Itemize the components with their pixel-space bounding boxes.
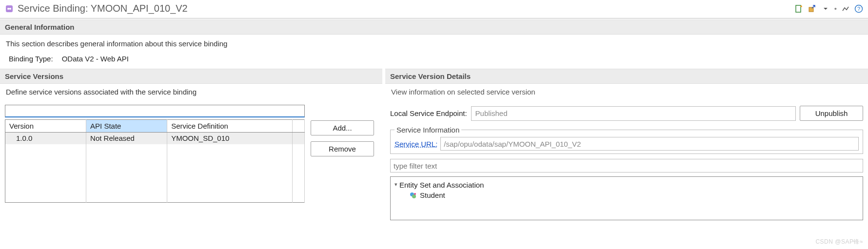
col-api-state[interactable]: API State [86,120,167,133]
entity-tree[interactable]: ▾ Entity Set and Association Student [390,176,863,220]
header-toolbar: • ? [794,4,863,13]
unpublish-button[interactable]: Unpublish [800,106,863,121]
service-url-link[interactable]: Service URL: [395,140,437,148]
expand-icon[interactable]: ▾ [395,181,397,188]
svg-text:?: ? [857,6,860,12]
service-information-legend: Service Information [395,126,461,134]
col-spacer [292,120,304,133]
endpoint-status-input [471,106,796,121]
section-general-information[interactable]: General Information [0,19,868,35]
help-icon[interactable]: ? [854,4,863,13]
svg-rect-4 [796,5,801,12]
tree-root-node[interactable]: ▾ Entity Set and Association [395,180,859,190]
remove-button[interactable]: Remove [311,141,374,156]
cell-service-definition: YMOON_SD_010 [167,133,293,144]
tree-child-node[interactable]: Student [395,190,859,200]
table-row[interactable] [5,156,305,168]
table-row[interactable] [5,168,305,179]
table-row[interactable] [5,179,305,191]
new-object-icon[interactable] [794,4,803,13]
cell-version: 1.0.0 [5,133,86,144]
col-version[interactable]: Version [5,120,86,133]
binding-type-row: Binding Type: OData V2 - Web API [6,53,862,65]
page-title: Service Binding: YMOON_API_010_V2 [18,3,188,14]
service-binding-icon [5,4,14,13]
entity-filter-input[interactable] [390,159,863,172]
section-service-version-details[interactable]: Service Version Details [385,69,868,84]
cell-spacer [292,133,304,144]
link-with-editor-icon[interactable] [808,4,817,13]
table-row[interactable]: 1.0.0 Not Released YMOON_SD_010 [5,133,305,144]
col-service-definition[interactable]: Service Definition [167,120,293,133]
editor-header: Service Binding: YMOON_API_010_V2 • ? [0,0,868,19]
versions-table[interactable]: Version API State Service Definition 1.0… [5,119,305,203]
separator: • [834,4,837,13]
cell-api-state: Not Released [86,133,167,144]
table-row[interactable] [5,144,305,156]
table-row[interactable] [5,191,305,203]
more-actions-icon[interactable] [842,5,849,13]
versions-filter-input[interactable] [5,105,305,117]
entity-icon [409,192,417,199]
header-left: Service Binding: YMOON_API_010_V2 [5,3,188,14]
entity-label: Student [420,191,445,199]
svg-point-10 [414,193,416,195]
add-button[interactable]: Add... [311,120,374,135]
endpoint-label: Local Service Endpoint: [390,109,467,117]
tree-root-label: Entity Set and Association [399,181,484,189]
service-url-input[interactable] [440,137,859,151]
binding-type-value: OData V2 - Web API [62,55,129,63]
section-service-versions[interactable]: Service Versions [0,69,382,84]
svg-rect-3 [8,8,10,9]
binding-type-label: Binding Type: [9,55,53,63]
versions-description: Define service versions associated with … [0,86,382,98]
svg-point-9 [412,194,416,198]
general-body: This section describes general informati… [0,35,868,68]
dropdown-arrow-icon[interactable] [822,5,829,13]
table-header-row: Version API State Service Definition [5,120,305,133]
details-description: View information on selected service ver… [385,86,868,98]
general-description: This section describes general informati… [6,39,862,48]
service-information-group: Service Information Service URL: [390,126,863,154]
